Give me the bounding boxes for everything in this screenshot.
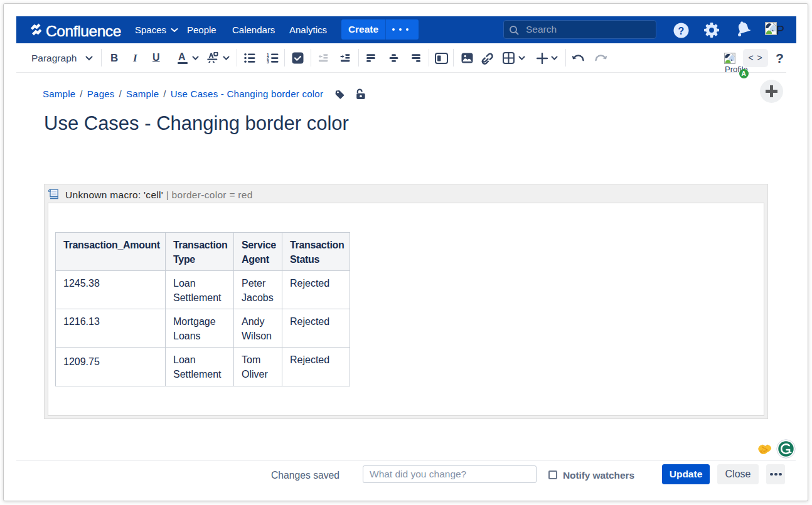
svg-text:3: 3 (267, 60, 269, 63)
svg-text:?: ? (678, 26, 685, 36)
